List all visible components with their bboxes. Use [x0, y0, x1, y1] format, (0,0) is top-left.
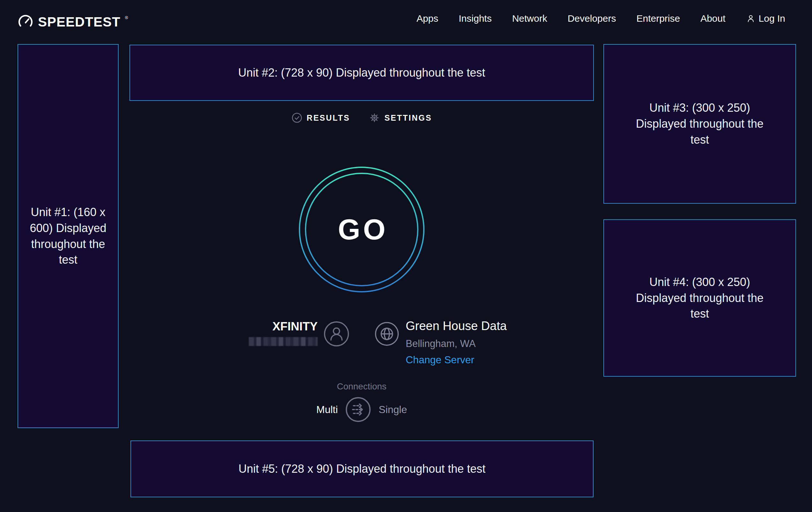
- gauge-icon: [18, 14, 33, 30]
- nav-about[interactable]: About: [700, 13, 725, 24]
- ad-unit-1-text: Unit #1: (160 x 600) Displayed throughou…: [29, 204, 107, 268]
- isp-block: XFINITY: [225, 320, 318, 346]
- tab-results[interactable]: RESULTS: [291, 112, 350, 123]
- tab-settings[interactable]: SETTINGS: [369, 112, 432, 123]
- connections-multi-option[interactable]: Multi: [316, 404, 338, 415]
- person-circle-icon: [324, 321, 349, 347]
- go-button-inner-ring: [305, 173, 418, 286]
- ad-unit-1: Unit #1: (160 x 600) Displayed throughou…: [18, 44, 119, 428]
- server-location: Bellingham, WA: [406, 338, 507, 350]
- change-server-link[interactable]: Change Server: [406, 354, 474, 366]
- ad-unit-4: Unit #4: (300 x 250) Displayed throughou…: [603, 219, 796, 377]
- logo-text: SPEEDTEST: [38, 15, 121, 30]
- speedtest-panel: RESULTS SETTINGS GO: [129, 0, 594, 512]
- ad-unit-3: Unit #3: (300 x 250) Displayed throughou…: [603, 44, 796, 204]
- connections-toggle-icon[interactable]: [345, 397, 371, 422]
- connections-row: Multi Single: [129, 397, 594, 422]
- logo-trademark: ®: [125, 15, 128, 20]
- globe-circle-icon: [375, 322, 399, 346]
- ad-unit-4-text: Unit #4: (300 x 250) Displayed throughou…: [627, 274, 773, 322]
- server-name: Green House Data: [406, 319, 507, 333]
- server-block: Green House Data Bellingham, WA Change S…: [406, 319, 507, 366]
- login-button[interactable]: Log In: [746, 13, 785, 24]
- speedtest-logo[interactable]: SPEEDTEST ®: [18, 14, 128, 30]
- ad-unit-3-text: Unit #3: (300 x 250) Displayed throughou…: [627, 100, 773, 147]
- connections-single-option[interactable]: Single: [379, 404, 407, 415]
- isp-ip-redacted: [249, 337, 318, 346]
- gear-icon: [369, 112, 380, 123]
- check-circle-icon: [291, 112, 302, 123]
- isp-name: XFINITY: [225, 320, 318, 333]
- tabs-row: RESULTS SETTINGS: [129, 112, 594, 123]
- user-icon: [746, 14, 756, 23]
- connections-label: Connections: [129, 381, 594, 392]
- login-label: Log In: [759, 13, 785, 24]
- results-label: RESULTS: [307, 113, 350, 123]
- nav-enterprise[interactable]: Enterprise: [636, 13, 680, 24]
- settings-label: SETTINGS: [384, 113, 432, 123]
